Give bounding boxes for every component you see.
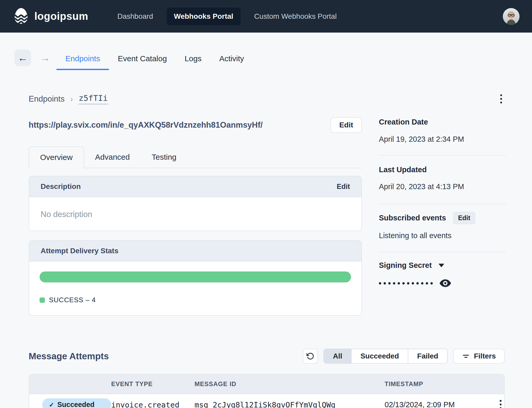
refresh-icon — [306, 352, 314, 360]
tab-advanced[interactable]: Advanced — [84, 146, 141, 168]
filters-button-label: Filters — [474, 352, 496, 360]
message-attempts-table: EVENT TYPE MESSAGE ID TIMESTAMP ✓ Succee… — [29, 374, 505, 408]
status-filter-segmented: All Succeeded Failed — [323, 349, 448, 364]
avatar[interactable] — [503, 8, 520, 25]
tab-logs[interactable]: Logs — [176, 48, 210, 70]
column-event-type: EVENT TYPE — [111, 380, 195, 388]
breadcrumb-endpoint-id[interactable]: z5fTIi — [79, 93, 108, 104]
nav-link-dashboard[interactable]: Dashboard — [110, 8, 160, 25]
message-attempts-header: Message Attempts All Succeeded Failed Fi… — [29, 349, 505, 364]
stats-body: SUCCESS – 4 — [29, 262, 361, 314]
subscribed-events-value: Listening to all events — [379, 231, 452, 240]
description-card-header: Description Edit — [29, 176, 361, 197]
success-progress-bar — [40, 271, 351, 282]
portal-tabs: Endpoints Event Catalog Logs Activity — [57, 48, 253, 70]
success-legend-label: SUCCESS – 4 — [49, 296, 96, 304]
check-icon: ✓ — [49, 401, 54, 408]
event-type-cell: invoice.created — [111, 398, 195, 408]
logoipsum-egg-icon — [12, 7, 30, 26]
brand: logoipsum — [12, 7, 88, 26]
stats-card-header: Attempt Delivery Stats — [29, 241, 361, 262]
column-timestamp: TIMESTAMP — [385, 380, 482, 388]
tab-endpoints[interactable]: Endpoints — [57, 48, 109, 70]
filter-succeeded-button[interactable]: Succeeded — [352, 349, 408, 363]
edit-url-button[interactable]: Edit — [330, 117, 362, 133]
signing-secret-row[interactable]: Signing Secret — [379, 261, 444, 270]
tab-overview[interactable]: Overview — [29, 146, 84, 168]
navbar-links: Dashboard Webhooks Portal Custom Webhook… — [110, 8, 344, 25]
reveal-secret-button[interactable] — [440, 279, 451, 287]
signing-secret-value-row — [379, 279, 451, 287]
edit-description-button[interactable]: Edit — [337, 183, 350, 191]
table-header-row: EVENT TYPE MESSAGE ID TIMESTAMP — [29, 374, 504, 394]
tab-testing[interactable]: Testing — [141, 146, 187, 168]
refresh-button[interactable] — [303, 349, 318, 364]
breadcrumb-separator: › — [70, 95, 73, 103]
endpoint-options-kebab-icon[interactable] — [498, 93, 505, 105]
row-options-kebab-icon[interactable] — [497, 398, 504, 408]
eye-icon — [440, 279, 451, 287]
description-title: Description — [41, 182, 81, 191]
brand-name: logoipsum — [34, 10, 88, 22]
last-updated-value: April 20, 2023 at 4:13 PM — [379, 182, 464, 191]
tab-event-catalog[interactable]: Event Catalog — [109, 48, 176, 70]
filters-button[interactable]: Filters — [453, 349, 505, 364]
edit-subscribed-events-button[interactable]: Edit — [453, 212, 475, 224]
status-badge-label: Succeeded — [57, 401, 95, 408]
description-body: No description — [29, 197, 361, 231]
forward-button[interactable]: → — [37, 50, 53, 66]
endpoint-url: https://play.svix.com/in/e_qyAXKQ58rVdzn… — [29, 120, 263, 130]
chevron-down-icon — [439, 264, 444, 267]
webhooks-portal-page: logoipsum Dashboard Webhooks Portal Cust… — [0, 0, 532, 408]
breadcrumb: Endpoints › z5fTIi — [29, 93, 505, 105]
nav-link-webhooks-portal[interactable]: Webhooks Portal — [167, 8, 241, 25]
endpoint-meta-sidebar: Creation Date April 19, 2023 at 2:34 PM … — [379, 115, 506, 302]
signing-secret-label: Signing Secret — [379, 261, 432, 270]
tab-activity[interactable]: Activity — [210, 48, 253, 70]
masked-secret-dots — [379, 282, 433, 285]
arrow-right-icon: → — [40, 52, 50, 64]
back-button[interactable]: ← — [14, 50, 31, 66]
subscribed-events-row: Subscribed events Edit — [379, 212, 475, 224]
breadcrumb-endpoints-link[interactable]: Endpoints — [29, 94, 65, 104]
top-navbar: logoipsum Dashboard Webhooks Portal Cust… — [0, 0, 532, 33]
attempts-controls: All Succeeded Failed Filters — [303, 349, 505, 364]
divider — [379, 155, 506, 156]
nav-link-custom-webhooks-portal[interactable]: Custom Webhooks Portal — [247, 8, 344, 25]
history-and-tabs: ← → Endpoints Event Catalog Logs Activit… — [14, 48, 253, 70]
divider — [379, 204, 506, 204]
timestamp-cell: 02/13/2024, 2:09 PM — [385, 398, 482, 408]
attempt-delivery-stats-card: Attempt Delivery Stats SUCCESS – 4 — [29, 240, 362, 316]
last-updated-label: Last Updated — [379, 165, 427, 174]
creation-date-label: Creation Date — [379, 118, 428, 126]
filter-lines-icon — [462, 352, 470, 360]
table-row[interactable]: ✓ Succeeded invoice.created msg_2cJyg8l1… — [29, 394, 504, 408]
stats-title: Attempt Delivery Stats — [41, 247, 118, 255]
subscribed-events-label: Subscribed events — [379, 214, 446, 222]
status-badge: ✓ Succeeded — [42, 398, 111, 408]
endpoint-url-row: https://play.svix.com/in/e_qyAXKQ58rVdzn… — [29, 117, 362, 133]
message-attempts-title: Message Attempts — [29, 351, 109, 361]
column-message-id: MESSAGE ID — [195, 380, 385, 388]
description-card: Description Edit No description — [29, 176, 362, 231]
stats-legend: SUCCESS – 4 — [40, 296, 351, 304]
creation-date-value: April 19, 2023 at 2:34 PM — [379, 135, 464, 144]
divider — [379, 252, 506, 252]
arrow-left-icon: ← — [18, 52, 28, 64]
filter-all-button[interactable]: All — [324, 349, 352, 363]
success-legend-swatch — [40, 298, 45, 303]
message-id-cell: msg_2cJyg8l12IiSk8gvOFfYmVglQWg — [195, 398, 385, 408]
filter-failed-button[interactable]: Failed — [408, 349, 447, 363]
detail-tabs: Overview Advanced Testing — [29, 146, 362, 168]
